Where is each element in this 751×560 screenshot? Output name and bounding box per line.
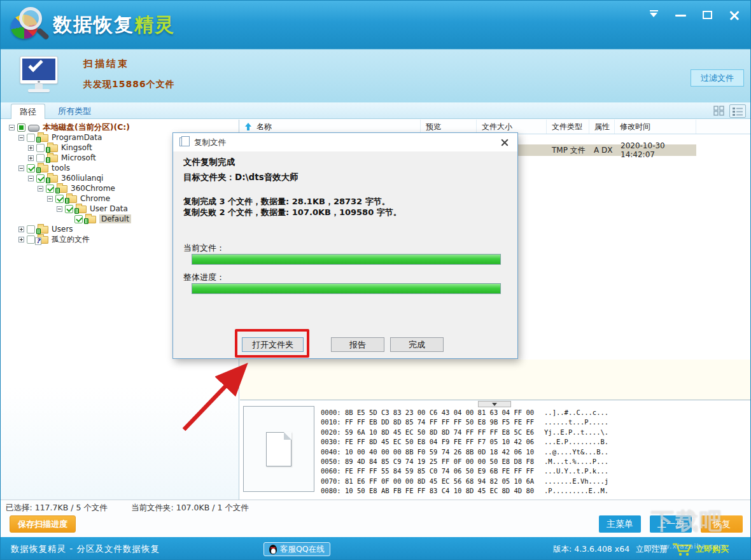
hex-row: 0080:10 50 E8 AB FB FE FF 83 C4 10 8D 45… (321, 486, 608, 496)
overall-progress-label: 整体进度： (183, 272, 225, 283)
copy-success-line: 复制完成 3 个文件，数据量: 28.1KB，28732 字节。 (183, 196, 390, 207)
folder-icon (85, 216, 96, 223)
checkbox-unchecked[interactable] (27, 225, 35, 234)
main-menu-button[interactable]: 主菜单 (599, 515, 641, 533)
collapse-icon[interactable] (18, 165, 24, 171)
checkbox-checked[interactable] (46, 185, 54, 193)
cart-icon[interactable] (671, 542, 692, 559)
deleted-badge-icon (46, 178, 50, 183)
deleted-badge-icon (74, 208, 79, 214)
checkbox-partial[interactable] (17, 123, 25, 132)
dialog-close-button[interactable] (500, 137, 510, 148)
copy-fail-line: 复制失败 2 个文件，数据量: 107.0KB，109580 字节。 (183, 207, 402, 218)
tab-all-types[interactable]: 所有类型 (52, 104, 97, 119)
collapse-icon[interactable] (28, 176, 34, 181)
tab-path[interactable]: 路径 (11, 104, 45, 119)
current-file-progressbar (192, 254, 501, 265)
checkbox-checked[interactable] (74, 215, 83, 223)
app-window: 数据恢复精灵 扫描结束 共发现15886个文件 过滤文件 路径 所有类型 (0, 0, 751, 560)
collapse-icon[interactable] (18, 135, 24, 141)
file-list-empty-area (240, 360, 751, 400)
collapse-icon[interactable] (57, 206, 62, 212)
checkbox-checked[interactable] (65, 205, 73, 213)
recover-button[interactable]: 恢复 (701, 515, 743, 533)
tree-item-label: 孤立的文件 (52, 234, 90, 245)
tree-item-label: 本地磁盘(当前分区)(C:) (43, 122, 130, 133)
file-type-cell: TMP 文件 (547, 145, 589, 156)
app-description: 数据恢复精灵 - 分区及文件数据恢复 (11, 543, 160, 555)
qq-support-button[interactable]: 客服QQ在线 (263, 542, 330, 556)
previous-step-button[interactable]: 上一步 (650, 515, 692, 533)
scan-status-title: 扫描结束 (83, 58, 129, 70)
collapse-icon[interactable] (9, 125, 15, 130)
app-title-accent: 精灵 (134, 13, 175, 36)
expand-icon[interactable] (18, 227, 24, 232)
scan-result-banner: 扫描结束 共发现15886个文件 过滤文件 (1, 49, 751, 102)
qq-penguin-icon (269, 545, 277, 554)
collapse-icon[interactable] (47, 196, 53, 202)
scan-complete-icon (20, 56, 59, 94)
list-view-icon[interactable] (729, 104, 746, 118)
open-folder-button[interactable]: 打开文件夹 (242, 337, 304, 352)
register-link[interactable]: 立即注册 (636, 544, 668, 555)
deleted-badge-icon (36, 137, 41, 143)
maximize-button[interactable] (701, 8, 715, 22)
filter-files-button[interactable]: 过滤文件 (691, 69, 744, 87)
column-header-name[interactable]: 名称 (240, 120, 421, 134)
tree-item-label: Chrome (80, 194, 110, 203)
hex-row: 0000:8B E5 5D C3 83 23 00 C6 43 04 00 81… (321, 408, 608, 417)
checkbox-checked[interactable] (36, 174, 45, 183)
app-logo-icon (11, 7, 49, 43)
thumbnail-view-icon[interactable] (712, 104, 726, 117)
panel-collapse-handle[interactable] (478, 401, 511, 407)
checkbox-checked[interactable] (55, 195, 64, 203)
folder-icon (38, 226, 48, 234)
magnifier-lens-icon (19, 7, 42, 30)
copy-file-icon (179, 137, 186, 146)
expand-icon[interactable] (28, 145, 34, 151)
folder-icon (47, 155, 58, 162)
copy-complete-heading: 文件复制完成 (183, 157, 235, 168)
checkbox-unchecked[interactable] (36, 144, 45, 152)
hex-dump: 0000:8B E5 5D C3 83 23 00 C6 43 04 00 81… (321, 408, 608, 496)
report-button[interactable]: 报告 (331, 337, 384, 352)
checkbox-unchecked[interactable] (36, 154, 45, 162)
dialog-title: 复制文件 (194, 137, 226, 148)
tree-item-label-selected: Default (99, 214, 131, 223)
deleted-badge-icon (84, 218, 88, 224)
view-tabstrip: 路径 所有类型 (1, 102, 751, 119)
minimize-button[interactable] (674, 8, 688, 22)
folder-icon (76, 206, 87, 213)
close-button[interactable] (727, 8, 741, 22)
menu-caret-icon[interactable] (647, 8, 661, 22)
copy-file-dialog: 复制文件 文件复制完成 目标文件夹：D:\dts音效大师 复制完成 3 个文件，… (172, 132, 518, 359)
folder-icon (47, 175, 58, 183)
preview-panel: 0000:8B E5 5D C3 83 23 00 C6 43 04 00 81… (240, 400, 751, 500)
collapse-icon[interactable] (38, 186, 43, 192)
deleted-badge-icon (55, 188, 60, 193)
checkbox-unchecked[interactable] (27, 134, 35, 142)
column-header-size[interactable]: 文件大小 (477, 120, 547, 134)
selected-summary: 已选择: 117.7KB / 5 个文件 (6, 503, 108, 514)
buy-now-link[interactable]: 立即购买 (696, 543, 729, 555)
hex-row: 0070:81 E6 FF 0F 00 00 8D 45 EC 56 68 94… (321, 477, 608, 486)
deleted-badge-icon (46, 157, 50, 163)
expand-icon[interactable] (18, 237, 24, 242)
done-button[interactable]: 完成 (390, 337, 444, 352)
folder-icon: ? (38, 236, 48, 244)
column-header-preview[interactable]: 预览 (421, 120, 477, 134)
tree-item-label: 360liulanqi (61, 174, 103, 183)
expand-icon[interactable] (28, 155, 34, 161)
hex-row: 0030:FE FF 8D 45 EC 50 E8 04 F9 FE FF F7… (321, 437, 608, 447)
folder-icon (38, 165, 48, 172)
checkbox-checked[interactable] (27, 164, 35, 172)
status-bar: 已选择: 117.7KB / 5 个文件 当前文件夹: 107.0KB / 1 … (1, 500, 751, 537)
column-header-mtime[interactable]: 修改时间 (615, 120, 696, 134)
column-header-attr[interactable]: 属性 (589, 120, 615, 134)
file-attr-cell: A DX (589, 146, 615, 155)
checkbox-unchecked[interactable] (27, 235, 35, 244)
column-header-type[interactable]: 文件类型 (547, 120, 589, 134)
magnifier-handle-icon (36, 27, 50, 40)
tree-item-local-disk[interactable]: 本地磁盘(当前分区)(C:) (1, 122, 239, 132)
save-scan-progress-button[interactable]: 保存扫描进度 (10, 515, 76, 533)
